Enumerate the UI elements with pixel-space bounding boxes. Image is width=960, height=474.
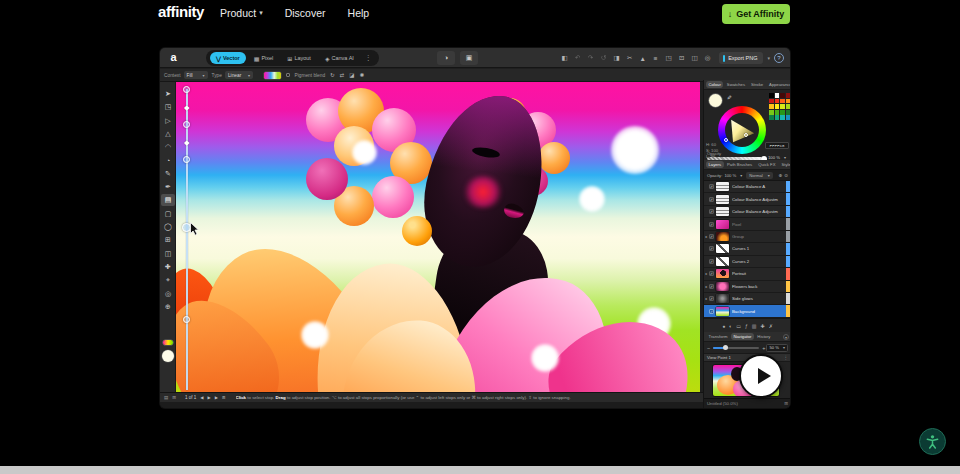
colour-swatch[interactable] xyxy=(786,93,790,98)
help-button[interactable]: ? xyxy=(774,53,784,63)
colour-swatch[interactable] xyxy=(780,93,785,98)
pigment-blend-checkbox[interactable] xyxy=(286,73,291,78)
zoom-out-icon[interactable]: − xyxy=(707,345,710,351)
redo-icon[interactable]: ↷ xyxy=(584,54,597,62)
layer-visibility-checkbox[interactable]: ✓ xyxy=(709,296,714,301)
tab-transform[interactable]: Transform xyxy=(706,333,730,340)
frame-tool[interactable]: ◫ xyxy=(161,248,175,260)
add-layer-icon[interactable]: ✚ xyxy=(760,323,764,329)
layer-visibility-checkbox[interactable]: ✓ xyxy=(709,209,714,214)
colour-swatch[interactable] xyxy=(775,115,780,120)
colour-swatch[interactable] xyxy=(769,115,774,120)
Side glows[interactable]: ▸ ✓ Side glows xyxy=(704,293,790,305)
gradient-tool[interactable]: ▤ xyxy=(161,194,175,206)
warning-icon[interactable]: ▲ xyxy=(636,55,649,62)
tab-swatches[interactable]: Swatches xyxy=(724,81,747,88)
gradient-stop[interactable] xyxy=(183,121,190,128)
pen-tool[interactable]: ✒ xyxy=(161,181,175,193)
colour-swatch[interactable] xyxy=(775,99,780,104)
link-layer-icon[interactable]: ● xyxy=(722,323,725,329)
view-point-menu-icon[interactable]: ⋮ xyxy=(784,355,789,360)
export-button[interactable]: Export PNG xyxy=(719,52,763,64)
accessibility-widget-button[interactable] xyxy=(919,428,946,455)
Colour Balance Adjustm[interactable]: ▸ ✓ Colour Balance Adjustm xyxy=(704,206,790,218)
artboard-tool[interactable]: ◳ xyxy=(161,101,175,113)
colour-swatch[interactable] xyxy=(775,110,780,115)
video-play-button[interactable] xyxy=(739,354,783,398)
contour-tool[interactable]: △ xyxy=(161,128,175,140)
colour-well[interactable] xyxy=(162,350,174,362)
colour-swatch[interactable] xyxy=(769,99,774,104)
context-dropdown[interactable]: Fill ▾ xyxy=(184,71,208,79)
rotate-gradient-icon[interactable]: ↻ xyxy=(330,72,335,78)
view-grid-icon[interactable]: ⊞ xyxy=(222,395,226,400)
adjustment-layer-icon[interactable]: ▥ xyxy=(752,323,757,329)
Pixel[interactable]: ▸ ✓ Pixel xyxy=(704,218,790,230)
colour-swatch[interactable] xyxy=(775,93,780,98)
hue-knob[interactable] xyxy=(724,138,728,142)
gradient-edit-line[interactable] xyxy=(186,89,188,390)
tab-quick-fx[interactable]: Quick FX xyxy=(756,161,778,168)
tab-styles[interactable]: Styles xyxy=(779,161,790,168)
tab-navigator[interactable]: Navigator xyxy=(731,333,754,340)
zoom-value[interactable]: 50 % ▾ xyxy=(766,344,788,352)
mask-layer-icon[interactable]: ◐ xyxy=(729,323,732,329)
colour-swatch[interactable] xyxy=(769,104,774,109)
insert-icon[interactable]: ◳ xyxy=(662,54,675,62)
colour-wheel[interactable] xyxy=(718,106,766,154)
artboards-icon[interactable]: ⊞ xyxy=(172,395,176,400)
persona-tab[interactable]: ▦ Pixel xyxy=(248,52,280,64)
layer-visibility-checkbox[interactable]: ✓ xyxy=(709,309,714,314)
colour-swatch[interactable] xyxy=(786,104,790,109)
frame-layer-icon[interactable]: ▭ xyxy=(736,323,741,329)
layer-visibility-checkbox[interactable]: ✓ xyxy=(709,259,714,264)
colour-swatch[interactable] xyxy=(786,110,790,115)
corner-tool[interactable]: ◠ xyxy=(161,141,175,153)
affinity-logo[interactable]: affinity xyxy=(158,3,204,20)
Colour Balance Adjustm[interactable]: ▸ ✓ Colour Balance Adjustm xyxy=(704,193,790,205)
persona-overflow-icon[interactable]: ⋮ xyxy=(362,54,375,62)
snapshot-icon[interactable]: ◨ xyxy=(610,54,623,62)
loupe-tool[interactable]: ◎ xyxy=(161,288,175,300)
nav-item[interactable]: Product ▾ xyxy=(220,7,263,19)
layer-lock-icon[interactable]: ⊙ xyxy=(784,173,788,178)
tab-stroke[interactable]: Stroke xyxy=(749,81,766,88)
pages-icon[interactable]: ▤ xyxy=(164,395,168,400)
Portrait[interactable]: ▸ ✓ Portrait xyxy=(704,268,790,280)
eyedropper-icon[interactable]: ✎ xyxy=(726,95,733,100)
delete-layer-icon[interactable]: ✗ xyxy=(769,323,773,329)
gradient-preview-swatch[interactable] xyxy=(264,72,281,79)
add-shape-tool[interactable]: ✚ xyxy=(161,261,175,273)
colour-swatch[interactable] xyxy=(780,110,785,115)
assets-icon[interactable]: ⊡ xyxy=(675,54,688,62)
tab-layers[interactable]: Layers xyxy=(706,161,724,168)
layer-visibility-checkbox[interactable]: ✓ xyxy=(709,234,714,239)
colour-swatch[interactable] xyxy=(769,93,774,98)
colour-swatch[interactable] xyxy=(769,110,774,115)
Flowers back[interactable]: ▸ ✓ Flowers back xyxy=(704,281,790,293)
layer-visibility-checkbox[interactable]: ✓ xyxy=(709,197,714,202)
gradient-stop[interactable] xyxy=(183,86,190,93)
play-icon[interactable]: ▶ xyxy=(208,395,211,400)
slice-icon[interactable]: ✂ xyxy=(623,54,636,62)
layer-visibility-checkbox[interactable]: ✓ xyxy=(709,271,714,276)
colour-triangle[interactable] xyxy=(726,114,758,146)
Background[interactable]: ▸ ✓ Background xyxy=(704,305,790,317)
tab-appearance[interactable]: Appearance xyxy=(767,81,790,88)
hex-input[interactable]: FFFFC8 xyxy=(765,142,789,149)
Group[interactable]: ▸ ✓ Group xyxy=(704,231,790,243)
zoom-slider[interactable] xyxy=(713,347,759,349)
grid-tool[interactable]: ⊞ xyxy=(161,234,175,246)
align-icon[interactable]: ≡ xyxy=(649,55,662,62)
get-affinity-button[interactable]: ↓ Get Affinity xyxy=(722,4,790,24)
zoom-tool[interactable]: ⊕ xyxy=(161,301,175,313)
blend-mode-dropdown[interactable]: Normal ▾ xyxy=(746,172,773,179)
shape-tool[interactable]: ▢ xyxy=(161,208,175,220)
gradient-stop[interactable] xyxy=(183,156,190,163)
nav-item[interactable]: Help ▾ xyxy=(348,7,370,19)
tab-path-brushes[interactable]: Path Brushes xyxy=(725,161,755,168)
layer-options-icon[interactable]: ⊕ xyxy=(778,173,782,178)
layer-fx-icon[interactable]: ƒ xyxy=(745,323,748,329)
layer-visibility-checkbox[interactable]: ✓ xyxy=(709,246,714,251)
persona-tab[interactable]: ◈ Canva AI xyxy=(319,52,360,64)
